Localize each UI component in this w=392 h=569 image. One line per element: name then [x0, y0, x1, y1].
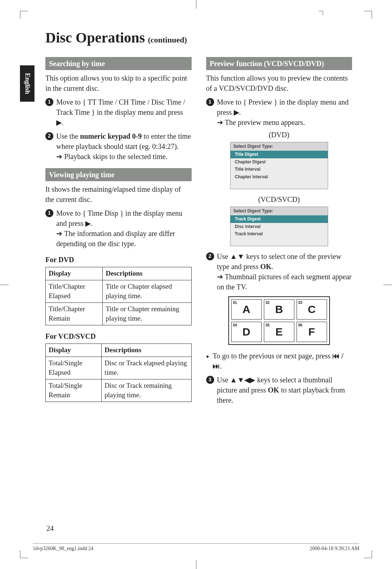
vcd-digest-menu: Select Digest Type: Track Digest Disc In… [230, 207, 328, 246]
thumb-letter: D [242, 324, 250, 340]
thumbnail: 03C [297, 299, 327, 320]
arrow-icon: ➔ [56, 153, 62, 160]
search-intro: This option allows you to skip to a spec… [45, 73, 192, 93]
inner-tick [319, 11, 323, 15]
menu-header: Select Digest Type: [230, 142, 328, 151]
text: The information and display are differ d… [56, 229, 175, 248]
dvd-caption: (DVD) [206, 130, 352, 140]
text: To go to the previous or next page, pres… [213, 352, 332, 360]
page-number: 24 [46, 524, 54, 533]
thumb-number: 01 [233, 300, 237, 305]
vcd-caption: (VCD/SVCD) [206, 194, 352, 204]
language-tab: English [20, 65, 34, 102]
thumb-number: 02 [266, 300, 270, 305]
footer-timestamp: 2008-04-18 9:39:21 AM [310, 546, 359, 552]
crop-mark [364, 550, 372, 558]
vcd-table: DisplayDescriptions Total/Single Elapsed… [45, 344, 192, 402]
cell: Total/Single Remain [46, 379, 102, 402]
crop-mark [20, 550, 28, 558]
thumb-letter: F [309, 324, 315, 340]
section-header-search: Searching by time [45, 57, 192, 70]
for-dvd-label: For DVD [45, 255, 192, 265]
result-line: ➔ The preview menu appears. [217, 117, 352, 127]
crop-tick [0, 285, 9, 285]
viewing-intro: It shows the remaining/elapsed time disp… [45, 184, 192, 204]
arrow-icon: ➔ [217, 273, 223, 281]
thumbnail: 02B [264, 299, 294, 320]
step-body: Use the numeric keypad 0-9 to enter the … [56, 131, 192, 151]
step-badge-icon: 2 [45, 132, 53, 140]
thumb-letter: E [275, 324, 283, 340]
cell: Disc or Track remaining playing time. [101, 379, 191, 402]
section-header-viewing: Viewing playing time [45, 168, 192, 181]
menu-item: Chapter Digest [230, 158, 328, 166]
arrow-icon: ➔ [56, 229, 62, 237]
step-badge-icon: 1 [206, 98, 214, 106]
step-body: Move to { Time Disp } in the display men… [56, 208, 192, 228]
cell: Title/Chapter Remain [46, 302, 103, 325]
th-desc: Descriptions [103, 267, 191, 280]
crop-tick [383, 285, 392, 285]
title-main: Disc Operations [45, 29, 145, 46]
result-line: ➔ Thumbnail pictures of each segment app… [217, 272, 352, 292]
bullet-line: ● To go to the previous or next page, pr… [206, 351, 352, 371]
result-line: ➔ Playback skips to the selected time. [56, 151, 192, 162]
step-body: Move to { Preview } in the display menu … [217, 97, 352, 117]
thumb-number: 05 [266, 323, 270, 328]
text: Use ▲▼ keys to select one of the preview… [217, 252, 342, 271]
step-1b: 1 Move to { Time Disp } in the display m… [45, 208, 192, 228]
th-desc: Descriptions [101, 344, 191, 357]
thumbnail: 04D [231, 322, 262, 342]
step-r1: 1 Move to { Preview } in the display men… [206, 97, 352, 117]
menu-item: Track Interval [230, 230, 328, 238]
cell: Title/Chapter Elapsed [46, 280, 103, 302]
menu-item: Disc Interval [230, 223, 328, 231]
step-1: 1 Move to { TT Time / CH Time / Disc Tim… [45, 97, 192, 127]
menu-item: Chapter Interval [230, 173, 328, 181]
for-vcd-label: For VCD/SVCD [45, 331, 192, 341]
cell: Total/Single Elapsed [46, 357, 102, 379]
step-r2: 2 Use ▲▼ keys to select one of the previ… [206, 251, 352, 272]
text: The preview menu appears. [225, 118, 305, 126]
text: Use the [56, 132, 80, 140]
thumb-letter: C [308, 302, 316, 317]
left-column: Searching by time This option allows you… [45, 57, 192, 405]
thumb-letter: B [275, 302, 283, 317]
result-line: ➔ The information and display are differ… [56, 228, 192, 249]
step-body: Move to { TT Time / CH Time / Disc Time … [56, 97, 192, 127]
thumbnail: 01A [231, 299, 262, 320]
right-column: Preview function (VCD/SVCD/DVD) This fun… [206, 57, 352, 405]
thumbnail: 05E [264, 322, 294, 342]
th-display: Display [46, 344, 102, 357]
menu-item-selected: Track Digest [230, 215, 328, 223]
bullet-body: To go to the previous or next page, pres… [213, 351, 352, 371]
cell: Title or Chapter elapsed playing time. [103, 280, 191, 302]
crop-tick [196, 560, 196, 569]
content-columns: Searching by time This option allows you… [45, 57, 352, 405]
menu-header: Select Digest Type: [230, 207, 328, 215]
thumb-number: 06 [298, 323, 302, 328]
step-r3: 3 Use ▲▼◀▶ keys to select a thumbnail pi… [206, 375, 352, 405]
menu-footer [230, 238, 328, 246]
step-body: Use ▲▼◀▶ keys to select a thumbnail pict… [217, 375, 352, 405]
dvd-table: DisplayDescriptions Title/Chapter Elapse… [45, 267, 192, 325]
text-bold: OK [260, 263, 271, 271]
step-body: Use ▲▼ keys to select one of the preview… [217, 251, 352, 272]
crop-tick [196, 0, 196, 9]
text-bold: numeric keypad 0-9 [80, 132, 142, 140]
footer-file: 1dvp3260K_98_eng1.indd 24 [33, 546, 93, 552]
crop-mark [20, 11, 28, 19]
title-sub: (continued) [148, 35, 187, 44]
text: . [220, 362, 222, 370]
manual-page: Disc Operations (continued) English Sear… [0, 0, 392, 569]
preview-intro: This function allows you to preview the … [206, 73, 352, 93]
step-badge-icon: 1 [45, 209, 53, 217]
thumbnail: 06F [297, 322, 327, 342]
menu-item: Title Interval [230, 166, 328, 173]
thumb-number: 03 [298, 300, 302, 305]
text-bold: OK [268, 386, 279, 394]
menu-footer [230, 181, 328, 189]
dvd-digest-menu: Select Digest Type: Title Digest Chapter… [230, 142, 328, 189]
step-badge-icon: 3 [206, 376, 214, 384]
step-2: 2 Use the numeric keypad 0-9 to enter th… [45, 131, 192, 151]
